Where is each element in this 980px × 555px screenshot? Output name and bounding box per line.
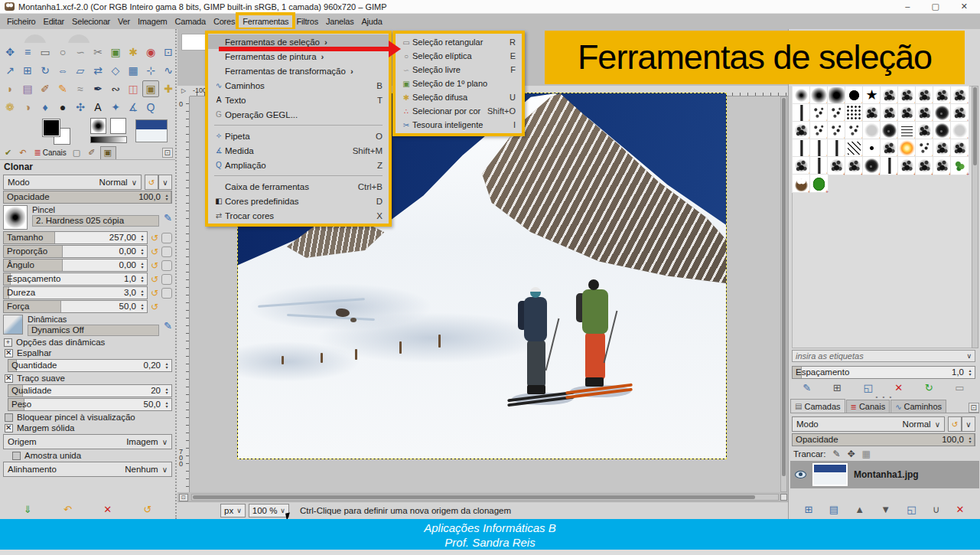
layer-row-montanha1[interactable]: Montanha1.jpg xyxy=(790,461,979,488)
brushes-tab[interactable]: ✐ xyxy=(86,146,99,159)
zoom-select[interactable]: 100 % xyxy=(249,504,289,517)
shear-tool[interactable]: ▱ xyxy=(72,62,89,79)
menu-ver[interactable]: Ver xyxy=(114,15,134,28)
edit-dynamics-icon[interactable]: ✎ xyxy=(164,320,172,331)
menu-selecionar[interactable]: Selecionar xyxy=(68,15,114,28)
tab-camadas[interactable]: ▤Camadas xyxy=(790,399,845,413)
brush-swatch[interactable] xyxy=(951,139,969,157)
menu-ficheiro[interactable]: Ficheiro xyxy=(3,15,40,28)
brush-swatch[interactable] xyxy=(881,122,898,139)
new-brush-button[interactable]: ⊞ xyxy=(833,382,842,393)
brush-swatch[interactable] xyxy=(916,104,933,122)
refresh-brushes-button[interactable]: ↻ xyxy=(925,382,933,393)
brush-swatch[interactable] xyxy=(793,87,810,104)
menu-cores[interactable]: Cores xyxy=(210,15,239,28)
brush-swatch[interactable] xyxy=(933,122,951,139)
jitter-amount-slider[interactable]: Quantidade 0,20 ▴▾ xyxy=(8,359,172,372)
layer-mode-select[interactable]: Modo Normal xyxy=(792,416,945,432)
submenu-item-selecao-eliptica[interactable]: ○Seleção elípticaE xyxy=(396,49,522,63)
move-tool[interactable]: ✥ xyxy=(2,44,18,60)
menu-ajuda[interactable]: Ajuda xyxy=(357,15,386,28)
scale-tool[interactable]: ⇔ xyxy=(54,62,71,79)
menu-ferramentas[interactable]: Ferramentas xyxy=(239,15,292,28)
brush-swatch[interactable] xyxy=(793,139,810,157)
restore-tool-preset-button[interactable]: ↶ xyxy=(63,504,72,515)
brush-swatch[interactable] xyxy=(933,104,951,122)
mypaint-brush-tool[interactable]: ∾ xyxy=(107,80,124,97)
eraser-tool[interactable]: ◫ xyxy=(125,80,142,97)
brush-swatch[interactable] xyxy=(863,104,881,122)
layer-visibility-eye-icon[interactable] xyxy=(795,471,806,478)
layer-mode-reset-button[interactable]: ↺ xyxy=(948,416,962,432)
new-layer-button[interactable]: ⊞ xyxy=(805,504,813,515)
brush-swatch[interactable] xyxy=(793,175,810,192)
lower-layer-button[interactable]: ▼ xyxy=(881,504,890,515)
menu-item-caminhos[interactable]: ∿CaminhosB xyxy=(208,78,389,93)
bucket-fill-tool[interactable]: ◗ xyxy=(2,80,18,97)
brush-swatch[interactable] xyxy=(916,157,933,175)
smudge-tool[interactable]: ● xyxy=(54,99,71,116)
minimize-button[interactable]: – xyxy=(905,2,910,11)
blur-sharpen-tool[interactable]: ♦ xyxy=(37,99,54,116)
new-layer-group-button[interactable]: ▤ xyxy=(829,504,838,515)
dynamics-name-field[interactable]: Dynamics Off xyxy=(28,325,159,336)
unified-transform-tool[interactable]: ⊞ xyxy=(19,62,36,79)
opacity-spinner[interactable]: ▴▾ xyxy=(163,191,171,203)
heal-tool[interactable]: ✚ xyxy=(160,80,177,97)
lock-pixels-icon[interactable]: ✎ xyxy=(832,449,840,459)
brush-swatch[interactable] xyxy=(898,87,916,104)
menu-item-trocar-cores[interactable]: ⇄Trocar coresX xyxy=(208,208,389,223)
source-select[interactable]: Origem Imagem xyxy=(3,434,172,449)
save-tool-preset-button[interactable]: ⇓ xyxy=(24,504,32,515)
color-picker-tool[interactable]: ✦ xyxy=(107,99,124,116)
fuzzy-select-tool[interactable]: ✱ xyxy=(125,44,142,60)
dynamics-options-expander[interactable]: + Opções das dinâmicas xyxy=(4,338,171,347)
unit-select[interactable]: px xyxy=(220,504,246,517)
paths-tool[interactable]: ✣ xyxy=(72,99,89,116)
brush-swatch[interactable] xyxy=(881,157,898,175)
ruler-menu-button[interactable]: ▷ xyxy=(177,86,190,96)
select-by-color-tool[interactable]: ◉ xyxy=(142,44,159,60)
tab-caminhos[interactable]: ∿Caminhos xyxy=(890,400,946,413)
free-select-tool[interactable]: ∽ xyxy=(72,44,89,60)
brush-tags-input[interactable]: insira as etiquetas xyxy=(792,350,975,362)
horizontal-scrollbar[interactable] xyxy=(191,494,779,501)
brush-swatch[interactable] xyxy=(898,122,916,139)
menu-item-operacao-gegl[interactable]: GOperação GEGL... xyxy=(208,107,389,122)
jitter-checkbox[interactable]: Espalhar xyxy=(5,348,171,357)
foreground-select-tool[interactable]: ▣ xyxy=(107,44,124,60)
lock-position-icon[interactable]: ✥ xyxy=(847,449,855,459)
brush-swatch[interactable] xyxy=(845,104,863,122)
smooth-stroke-checkbox[interactable]: Traço suave xyxy=(5,374,171,383)
navigation-button[interactable] xyxy=(780,494,787,501)
tab-canais[interactable]: ≣Canais xyxy=(846,400,890,413)
active-gradient-preview[interactable] xyxy=(90,136,127,143)
delete-layer-button[interactable]: ✕ xyxy=(956,504,964,515)
close-button[interactable]: ✕ xyxy=(961,2,968,11)
device-status-tab[interactable]: ▣ xyxy=(100,146,116,159)
menu-filtros[interactable]: Filtros xyxy=(292,15,322,28)
reset-icon[interactable]: ↺ xyxy=(149,260,160,271)
brush-swatch[interactable] xyxy=(845,139,863,157)
active-brush-preview[interactable] xyxy=(90,118,106,134)
sample-merged-checkbox[interactable]: Amostra unida xyxy=(12,451,171,460)
brush-swatch[interactable] xyxy=(810,87,828,104)
brush-swatch[interactable] xyxy=(845,157,863,175)
ink-tool[interactable]: ✒ xyxy=(90,80,106,97)
brush-swatch[interactable] xyxy=(951,104,969,122)
link-button[interactable] xyxy=(161,288,172,299)
submenu-item-selecao-de-1-plano[interactable]: ▣Seleção de 1º plano xyxy=(396,77,522,90)
brush-swatch[interactable] xyxy=(898,139,916,157)
submenu-item-tesoura-inteligente[interactable]: ✂Tesoura inteligenteI xyxy=(396,118,522,132)
submenu-item-selecao-retangular[interactable]: ▭Seleção retangularR xyxy=(396,35,522,49)
brush-swatch[interactable] xyxy=(881,87,898,104)
patterns-tab[interactable]: ▢ xyxy=(70,146,84,159)
brushes-scrollbar[interactable] xyxy=(972,86,978,348)
measure-tool[interactable]: ∡ xyxy=(125,99,142,116)
mode-select[interactable]: Modo Normal xyxy=(3,175,142,190)
brush-swatch[interactable] xyxy=(916,87,933,104)
menu-item-pipeta[interactable]: ✧PipetaO xyxy=(208,129,389,143)
brush-swatch[interactable] xyxy=(810,122,828,139)
brush-swatch[interactable] xyxy=(793,157,810,175)
align-tool[interactable]: ≡ xyxy=(19,44,36,60)
